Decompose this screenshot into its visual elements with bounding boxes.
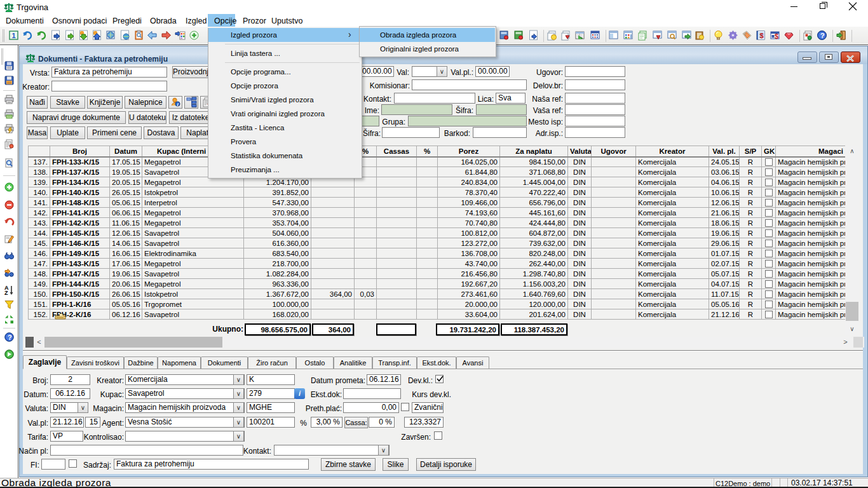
svg-text:Z: Z — [4, 290, 8, 295]
svg-text:$: $ — [760, 32, 764, 39]
svg-text:?: ? — [820, 32, 825, 39]
svg-text:$: $ — [775, 32, 778, 40]
svg-text:?: ? — [8, 334, 12, 341]
svg-text:1: 1 — [12, 32, 16, 39]
